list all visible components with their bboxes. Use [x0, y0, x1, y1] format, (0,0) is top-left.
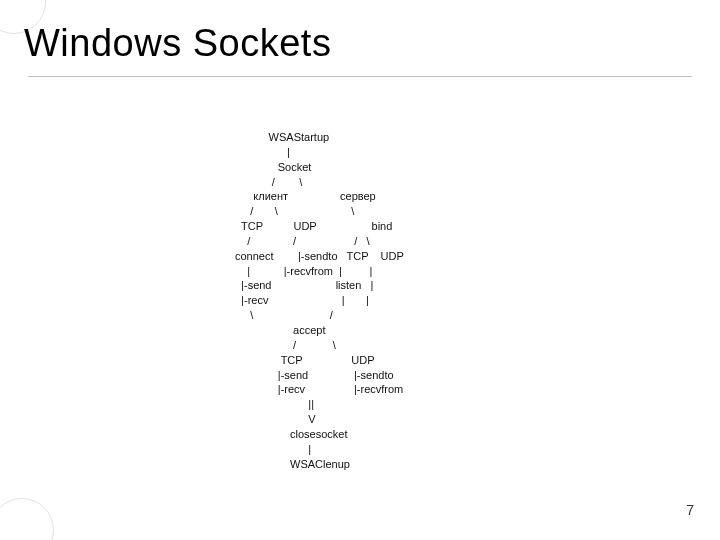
diagram-line: V: [235, 413, 316, 425]
sockets-diagram: WSAStartup | Socket / \ клиент сервер / …: [235, 130, 585, 471]
diagram-line: accept: [235, 324, 325, 336]
page-number: 7: [686, 502, 694, 518]
diagram-line: |: [235, 146, 290, 158]
diagram-line: |: [235, 443, 311, 455]
diagram-line: Socket: [235, 161, 311, 173]
diagram-line: \ /: [235, 309, 333, 321]
diagram-line: TCP UDP bind: [235, 220, 392, 232]
title-underline: [28, 76, 692, 77]
diagram-line: / \: [235, 339, 336, 351]
diagram-line: closesocket: [235, 428, 347, 440]
diagram-line: / \ \: [235, 205, 354, 217]
diagram-line: |-send listen |: [235, 279, 373, 291]
diagram-line: WSAClenup: [235, 458, 350, 470]
diagram-line: | |-recvfrom | |: [235, 265, 372, 277]
diagram-line: |-recv |-recvfrom: [235, 383, 403, 395]
diagram-line: / / / \: [235, 235, 369, 247]
diagram-line: |-send |-sendto: [235, 369, 394, 381]
diagram-line: connect |-sendto TCP UDP: [235, 250, 404, 262]
decor-circle-bottom-left: [0, 498, 54, 540]
diagram-line: ||: [235, 398, 314, 410]
diagram-line: TCP UDP: [235, 354, 375, 366]
diagram-line: |-recv | |: [235, 294, 369, 306]
diagram-line: / \: [235, 176, 302, 188]
diagram-line: клиент сервер: [235, 190, 376, 202]
slide-title: Windows Sockets: [24, 22, 331, 65]
diagram-line: WSAStartup: [235, 131, 329, 143]
